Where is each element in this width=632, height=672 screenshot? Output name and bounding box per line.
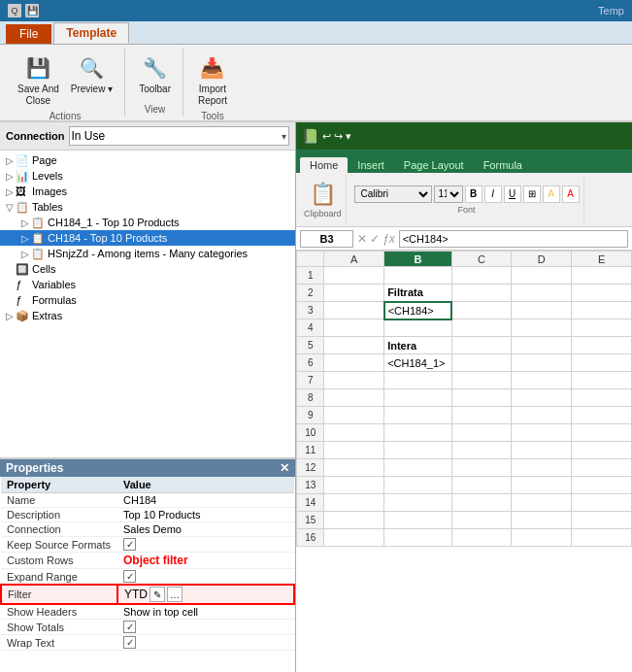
cell-d4[interactable] (512, 319, 572, 337)
excel-tab-formulas[interactable]: Formula (474, 157, 532, 173)
cell-b6[interactable]: <CH184_1> (384, 354, 452, 372)
col-header-c[interactable]: C (451, 252, 512, 267)
cell-e5[interactable] (572, 337, 632, 354)
tree-item-variables[interactable]: ƒ Variables (0, 277, 295, 292)
formula-input[interactable] (399, 230, 628, 248)
font-color-button[interactable]: A (562, 185, 580, 203)
cell-d5[interactable] (512, 337, 572, 354)
tree-item-extras[interactable]: ▷ 📦 Extras (0, 308, 295, 323)
cell-a2[interactable] (324, 285, 384, 302)
tree-item-cells[interactable]: 🔲 Cells (0, 261, 295, 277)
redo-button[interactable]: ↪ (334, 130, 343, 143)
tree-item-page[interactable]: ▷ 📄 Page (0, 152, 295, 168)
cell-c2[interactable] (451, 285, 512, 302)
tree-item-tables[interactable]: ▽ 📋 Tables (0, 199, 295, 215)
excel-panel: 📗 ↩ ↪ ▾ Home Insert Page Layout Formula … (296, 122, 632, 672)
import-report-button[interactable]: 📥 ImportReport (193, 50, 232, 109)
col-header-a[interactable]: A (324, 252, 384, 267)
cell-a1[interactable] (324, 267, 384, 285)
tree-item-ch184[interactable]: ▷ 📋 CH184 - Top 10 Products (0, 230, 295, 246)
row-num-8: 8 (297, 389, 324, 407)
show-totals-checkbox[interactable] (123, 621, 136, 633)
cell-e1[interactable] (572, 267, 632, 285)
excel-tab-pagelayout[interactable]: Page Layout (394, 157, 474, 173)
excel-tab-insert[interactable]: Insert (348, 157, 394, 173)
properties-panel: Properties ✕ Property Value Name CH184 (0, 458, 295, 672)
col-header-empty (297, 252, 324, 267)
window-title: Temp (598, 5, 624, 17)
cell-b2[interactable]: Filtrata (384, 285, 452, 302)
excel-tabs: Home Insert Page Layout Formula (296, 150, 632, 173)
border-button[interactable]: ⊞ (523, 185, 541, 203)
tree-item-images[interactable]: ▷ 🖼 Images (0, 184, 295, 199)
cell-b3-selected[interactable]: <CH184> (384, 302, 452, 319)
prop-row-filter: Filter YTD ✎ … (1, 585, 294, 604)
cell-b1[interactable] (384, 267, 452, 285)
wrap-text-checkbox[interactable] (123, 636, 136, 649)
properties-table: Property Value Name CH184 Description To… (0, 477, 295, 651)
tab-template[interactable]: Template (53, 22, 129, 44)
col-header-b[interactable]: B (384, 252, 452, 267)
excel-font-group: Calibri 11 B I U ⊞ A A Font (350, 175, 584, 224)
cell-e4[interactable] (572, 319, 632, 337)
keep-source-formats-checkbox[interactable] (123, 538, 136, 551)
preview-button[interactable]: 🔍 Preview ▾ (67, 50, 116, 97)
filter-edit-button[interactable]: ✎ (150, 587, 165, 602)
excel-ribbon: 📋 Clipboard Calibri 11 B I U ⊞ A (296, 173, 632, 227)
save-close-button[interactable]: 💾 Save AndClose (14, 50, 63, 109)
filter-more-button[interactable]: … (167, 587, 183, 602)
tree-item-levels[interactable]: ▷ 📊 Levels (0, 168, 295, 184)
cell-b4[interactable] (384, 319, 452, 337)
cell-a6[interactable] (324, 354, 384, 372)
undo-button[interactable]: ↩ (322, 130, 331, 143)
excel-grid-container: A B C D E 1 (296, 251, 632, 672)
cell-c4[interactable] (451, 319, 512, 337)
row-num-14: 14 (297, 494, 324, 512)
tree-item-hsnjzzd[interactable]: ▷ 📋 HSnjzZd - Among items - Many categor… (0, 246, 295, 261)
fill-color-button[interactable]: A (543, 185, 560, 203)
prop-row-keep-source-formats: Keep Source Formats (1, 537, 294, 553)
cell-a3[interactable] (324, 302, 384, 319)
italic-button[interactable]: I (484, 185, 502, 203)
customise-button[interactable]: ▾ (346, 130, 351, 143)
cell-c1[interactable] (451, 267, 512, 285)
connection-dropdown[interactable]: In Use ▾ (69, 126, 290, 146)
cell-e3[interactable] (572, 302, 632, 319)
cell-d6[interactable] (512, 354, 572, 372)
font-size-selector[interactable]: 11 (434, 185, 463, 203)
cell-d1[interactable] (512, 267, 572, 285)
cell-d3[interactable] (512, 302, 572, 319)
tab-file[interactable]: File (6, 24, 51, 44)
cell-c6[interactable] (451, 354, 512, 372)
cell-c3[interactable] (451, 302, 512, 319)
row-num-5: 5 (297, 337, 324, 354)
cell-e6[interactable] (572, 354, 632, 372)
tree-toggle-images: ▷ (4, 186, 16, 197)
tree-item-formulas[interactable]: ƒ Formulas (0, 292, 295, 308)
cell-a7[interactable] (324, 372, 384, 389)
cell-a5[interactable] (324, 337, 384, 354)
excel-tab-home[interactable]: Home (300, 157, 348, 173)
expand-range-checkbox[interactable] (123, 570, 136, 583)
paste-button[interactable]: 📋 (310, 182, 336, 207)
cell-b5[interactable]: Intera (384, 337, 452, 354)
cell-e2[interactable] (572, 285, 632, 302)
cell-c5[interactable] (451, 337, 512, 354)
tree-label-ch184-1: CH184_1 - Top 10 Products (48, 217, 180, 228)
font-selector[interactable]: Calibri (354, 185, 432, 203)
bold-button[interactable]: B (465, 185, 482, 203)
tree-panel[interactable]: ▷ 📄 Page ▷ 📊 Levels ▷ 🖼 Images ▽ 📋 Table… (0, 151, 295, 458)
cell-a4[interactable] (324, 319, 384, 337)
col-header-d[interactable]: D (512, 252, 572, 267)
tree-item-ch184-1[interactable]: ▷ 📋 CH184_1 - Top 10 Products (0, 215, 295, 230)
cell-reference-input[interactable] (300, 230, 353, 248)
cell-d2[interactable] (512, 285, 572, 302)
row-num-12: 12 (297, 459, 324, 477)
table-row: 10 (297, 424, 632, 442)
properties-close-button[interactable]: ✕ (280, 461, 289, 475)
save-icon[interactable]: 💾 (25, 4, 39, 17)
tree-label-cells: Cells (32, 263, 55, 275)
underline-button[interactable]: U (504, 185, 521, 203)
toolbar-button[interactable]: 🔧 Toolbar (135, 50, 175, 97)
col-header-e[interactable]: E (572, 252, 632, 267)
